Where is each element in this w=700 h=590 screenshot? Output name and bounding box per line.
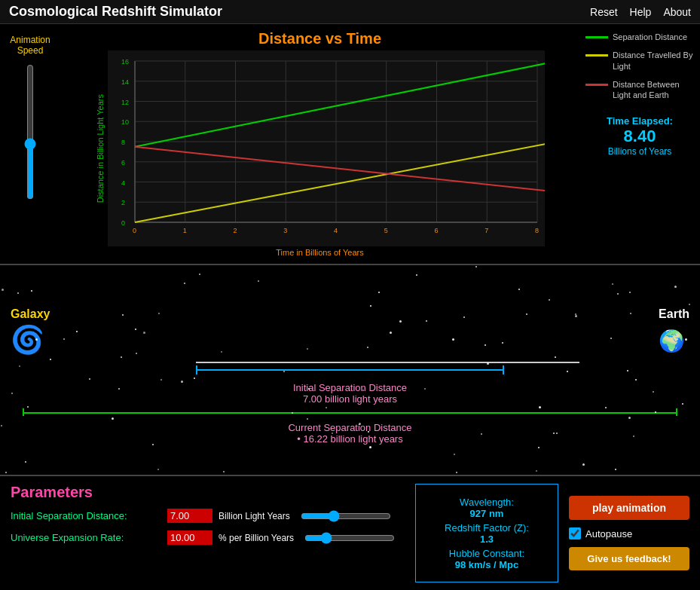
star	[221, 351, 222, 353]
star	[463, 316, 465, 318]
star	[655, 411, 656, 413]
star	[416, 274, 417, 276]
star	[567, 371, 568, 372]
chart-title: Distance vs Time	[258, 30, 381, 47]
wavelength-row: Wavelength: 927 nm	[423, 497, 550, 519]
star	[484, 344, 486, 346]
autopause-checkbox[interactable]	[569, 527, 581, 540]
current-sep-line	[23, 412, 677, 414]
params-title: Parameters	[11, 484, 405, 501]
star	[605, 407, 607, 408]
star	[615, 469, 616, 470]
initial-sep-slider[interactable]	[301, 510, 391, 522]
star	[160, 379, 162, 381]
star	[518, 289, 520, 290]
star	[487, 362, 489, 365]
expansion-rate-input[interactable]	[167, 530, 212, 545]
star	[682, 403, 683, 405]
star	[307, 348, 308, 350]
initial-sep-input[interactable]	[167, 509, 212, 523]
feedback-button[interactable]: Give us feedback!	[569, 547, 689, 570]
star	[575, 315, 577, 317]
star	[378, 292, 380, 293]
star	[135, 329, 136, 330]
star	[452, 338, 454, 341]
star	[27, 406, 29, 408]
star	[610, 338, 612, 339]
star	[582, 463, 585, 466]
play-animation-button[interactable]: play animation	[569, 496, 689, 520]
star	[399, 320, 402, 323]
star	[283, 371, 285, 372]
star	[454, 454, 455, 455]
time-elapsed-unit: Billions of Years	[585, 146, 694, 157]
star	[258, 280, 259, 282]
star	[538, 447, 540, 448]
chart-canvas	[108, 50, 545, 246]
star	[223, 471, 225, 472]
legend-label-separation: Separation Distance	[613, 32, 687, 42]
star	[539, 406, 541, 408]
star	[370, 305, 371, 307]
star	[502, 342, 503, 344]
star	[526, 313, 527, 315]
reset-button[interactable]: Reset	[590, 6, 618, 18]
about-button[interactable]: About	[663, 6, 691, 18]
star	[112, 417, 114, 420]
star	[157, 469, 159, 470]
redshift-row: Redshift Factor (Z): 1.3	[423, 522, 550, 545]
star	[456, 472, 457, 473]
star	[136, 353, 137, 354]
star	[2, 289, 4, 291]
star	[359, 423, 361, 425]
legend-item-light-earth: Distance Between Light and Earth	[585, 79, 694, 101]
earth-icon: 🌍	[659, 329, 685, 353]
star	[326, 407, 327, 408]
earth-label: Earth	[659, 307, 689, 321]
star	[617, 293, 619, 295]
star	[390, 332, 392, 334]
initial-sep-param-label: Initial Separation Distance:	[11, 510, 161, 521]
expansion-rate-slider[interactable]	[304, 532, 395, 544]
star	[17, 292, 19, 294]
star	[424, 388, 426, 390]
star	[181, 381, 183, 383]
space-simulation: Galaxy 🌀 Earth 🌍 Initial Separation Dist…	[0, 265, 700, 476]
expansion-rate-param-label: Universe Expansion Rate:	[11, 532, 161, 543]
animation-speed-label: Animation Speed	[0, 35, 60, 57]
star	[121, 356, 122, 358]
legend-label-light-earth: Distance Between Light and Earth	[613, 79, 694, 101]
star	[553, 433, 555, 434]
star	[5, 472, 7, 473]
star	[549, 299, 550, 301]
help-button[interactable]: Help	[630, 6, 652, 18]
star	[19, 365, 20, 367]
star	[31, 290, 32, 292]
star	[307, 418, 308, 420]
star	[122, 314, 124, 316]
animation-speed-slider[interactable]	[23, 64, 38, 200]
star	[629, 292, 631, 293]
current-sep-label: Current Separation Distance • 16.22 bill…	[0, 422, 700, 445]
galaxy-icon: 🌀	[11, 324, 44, 356]
galaxy-label: Galaxy	[11, 307, 50, 321]
legend-item-light-travel: Distance Travelled By Light	[585, 50, 694, 72]
star	[635, 379, 637, 381]
star	[612, 283, 613, 285]
app-title: Cosmological Redshift Simulator	[9, 4, 590, 20]
initial-sep-label: Initial Separation Distance 7.00 billion…	[0, 382, 700, 405]
legend-label-light-travel: Distance Travelled By Light	[613, 50, 694, 72]
star	[184, 283, 185, 284]
legend-item-separation: Separation Distance	[585, 32, 694, 42]
star	[369, 446, 371, 448]
star	[50, 359, 51, 360]
initial-sep-line	[196, 369, 504, 371]
initial-sep-unit: Billion Light Years	[219, 511, 290, 521]
light-travel-line	[196, 362, 579, 363]
hubble-row: Hubble Constant: 98 km/s / Mpc	[423, 548, 550, 570]
star	[630, 313, 631, 314]
star	[627, 370, 628, 371]
star	[475, 266, 477, 267]
star	[555, 356, 556, 358]
y-axis-label: Distance in Billion Light Years	[96, 94, 105, 203]
